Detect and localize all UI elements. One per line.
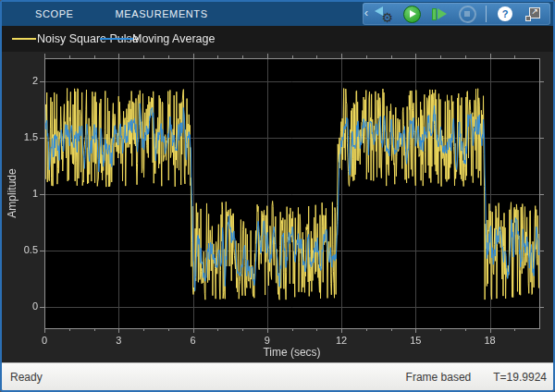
x-axis-label: Time (secs)	[44, 346, 539, 359]
status-right-group: Frame based T=19.9924	[406, 371, 553, 384]
status-bar: Ready Frame based T=19.9924	[2, 362, 553, 390]
legend-swatch-moving-average	[100, 38, 133, 40]
plot-canvas[interactable]	[2, 52, 553, 362]
simulation-settings-button[interactable]: ⚙	[373, 4, 395, 24]
step-forward-icon	[432, 8, 447, 20]
status-frame-mode: Frame based	[406, 371, 472, 384]
quick-access-toolbar: ‹ ⚙	[363, 3, 550, 25]
y-tick-label: 0.5	[13, 244, 38, 256]
run-button[interactable]	[401, 4, 423, 24]
scope-window: SCOPE MEASUREMENTS ‹ ⚙	[0, 0, 555, 392]
tab-measurements[interactable]: MEASUREMENTS	[116, 8, 208, 19]
tab-strip: SCOPE MEASUREMENTS ‹ ⚙	[2, 2, 553, 26]
stop-button[interactable]	[456, 4, 478, 24]
y-tick-label: 0	[13, 300, 38, 312]
question-mark-icon: ?	[498, 6, 512, 21]
legend-swatch-noisy-square-pulse	[12, 38, 36, 40]
gear-with-arrow-icon: ⚙	[375, 6, 393, 22]
help-button[interactable]: ?	[494, 4, 516, 24]
legend-strip: Noisy Square Pulse Moving Average	[2, 26, 553, 52]
y-tick-label: 1.5	[13, 131, 38, 143]
toolbar-divider	[486, 6, 487, 22]
dock-button[interactable]: ↗	[522, 4, 544, 24]
collapse-toolbar-icon[interactable]: ‹	[364, 4, 368, 22]
y-tick-label: 2	[13, 75, 38, 87]
gear-icon: ⚙	[381, 11, 393, 24]
status-state: Ready	[10, 371, 43, 384]
play-icon	[403, 6, 421, 23]
stop-icon	[459, 6, 476, 23]
step-forward-button[interactable]	[428, 4, 450, 24]
pop-out-icon: ↗	[525, 7, 540, 21]
plot-figure: 036912151800.511.52 Time (secs) Amplitud…	[2, 52, 553, 362]
status-sim-time: T=19.9924	[493, 371, 547, 384]
legend-label-moving-average[interactable]: Moving Average	[132, 32, 215, 45]
y-axis-label: Amplitude	[6, 147, 18, 239]
tab-scope[interactable]: SCOPE	[35, 8, 74, 19]
